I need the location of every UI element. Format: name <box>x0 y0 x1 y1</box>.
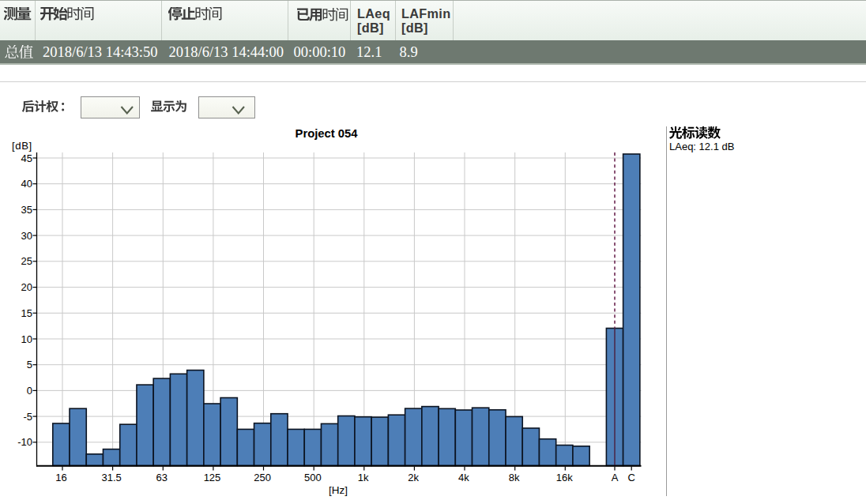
svg-text:63: 63 <box>156 472 168 483</box>
svg-text:10: 10 <box>21 333 32 345</box>
svg-text:45: 45 <box>21 152 32 164</box>
svg-text:5: 5 <box>27 359 32 370</box>
svg-text:35: 35 <box>21 204 32 216</box>
svg-text:2k: 2k <box>408 472 419 483</box>
svg-text:[dB]: [dB] <box>12 140 32 152</box>
svg-text:125: 125 <box>204 472 221 483</box>
svg-text:15: 15 <box>21 307 32 319</box>
svg-text:8k: 8k <box>509 472 520 483</box>
svg-text:[Hz]: [Hz] <box>329 484 348 496</box>
svg-text:16: 16 <box>55 472 66 483</box>
svg-text:4k: 4k <box>458 472 469 483</box>
svg-text:40: 40 <box>21 178 32 190</box>
svg-text:C: C <box>628 472 635 483</box>
svg-text:1k: 1k <box>358 472 369 483</box>
svg-text:500: 500 <box>304 472 322 483</box>
svg-text:25: 25 <box>21 255 32 267</box>
svg-text:A: A <box>612 472 619 483</box>
svg-text:30: 30 <box>21 230 32 242</box>
svg-text:Project 054: Project 054 <box>296 127 359 140</box>
svg-text:31.5: 31.5 <box>101 472 121 483</box>
svg-text:-10: -10 <box>17 436 32 448</box>
svg-text:20: 20 <box>21 281 32 293</box>
svg-text:16k: 16k <box>556 472 573 483</box>
svg-text:250: 250 <box>254 472 271 483</box>
svg-text:0: 0 <box>27 385 32 397</box>
svg-text:-5: -5 <box>23 411 32 423</box>
